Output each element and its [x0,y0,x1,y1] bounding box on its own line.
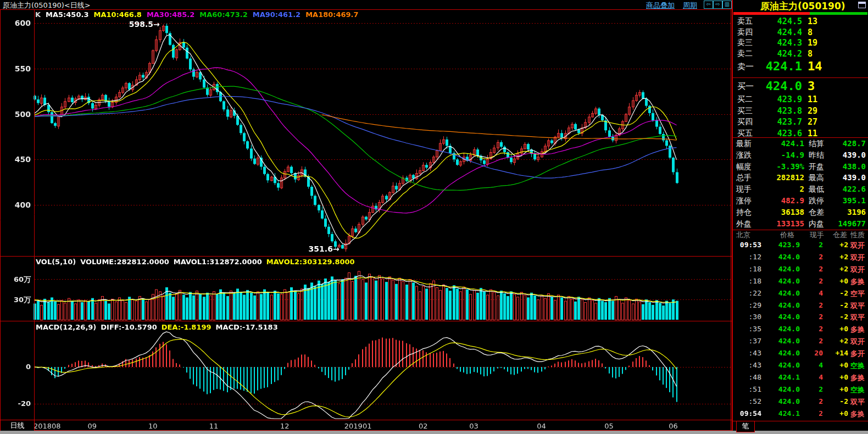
tick-time: :37 [734,337,761,345]
time-axis-bar: 201808091011122019010203040506 [0,420,732,431]
tick-row[interactable]: :12424.02+2双开 [733,253,868,264]
level-price: 423.9 [753,94,802,104]
ask-level-2[interactable]: 卖二424.28 [733,49,868,60]
tick-oi-delta: +0 [826,325,848,333]
buy-sell-strength-bar [733,12,868,15]
ask-level-1[interactable]: 卖一424.114 [733,62,868,73]
quote-row-6: 持仓36138仓差3196 [733,208,868,219]
forward-icon[interactable]: ⇨ [713,1,722,9]
quote-label: 最低 [809,185,824,194]
level-volume: 19 [808,38,817,48]
quote-value: 439.0 [830,151,866,159]
level-price: 424.5 [753,16,802,26]
tick-row[interactable]: :35424.02+0多换 [733,325,868,336]
quote-label: 涨跌 [736,151,752,160]
tick-volume: 2 [803,409,823,418]
quote-label: 跌停 [809,196,824,206]
tick-volume: 2 [803,301,823,309]
tick-price: 424.0 [770,301,800,309]
level-volume: 11 [808,94,817,104]
tick-oi-delta: +2 [826,253,848,261]
ask-level-3[interactable]: 卖三424.319 [733,38,868,49]
tick-nature: 空平 [850,289,865,299]
tick-row[interactable]: :18424.02+0多换 [733,277,868,288]
ask-level-4[interactable]: 卖四424.48 [733,27,868,38]
tick-oi-delta: +0 [826,373,848,381]
tick-row[interactable]: :30424.02-2双平 [733,313,868,324]
month-label-11: 11 [209,422,219,430]
level-volume: 3 [808,79,815,93]
bid-level-2[interactable]: 买二423.911 [733,94,868,105]
tick-row[interactable]: :37424.02+2双开 [733,337,868,348]
quote-label: 昨结 [809,151,824,160]
tick-oi-delta: +0 [826,409,848,418]
month-label-201808: 201808 [34,422,61,430]
tab-tick-detail[interactable]: 笔 [736,421,755,432]
buy-strength-segment [810,12,867,15]
tick-oi-delta: -2 [826,289,848,297]
bid-level-3[interactable]: 买三423.829 [733,106,868,117]
tick-price: 424.1 [770,409,800,418]
month-label-10: 10 [148,422,158,430]
tick-nature: 空换 [850,385,865,395]
tick-row[interactable]: :18424.02+2双开 [733,265,868,276]
tick-volume: 2 [803,253,823,261]
tick-row[interactable]: 09:53423.92+2双开 [733,241,868,252]
bid-level-4[interactable]: 买四423.727 [733,117,868,128]
quote-row-4: 现手2最低422.6 [733,185,868,196]
month-label-02: 02 [419,422,428,430]
tick-row[interactable]: :51424.02+0空换 [733,385,868,396]
quote-value: 282812 [761,173,804,182]
chart-canvas[interactable] [0,9,732,431]
quote-row-1: 涨跌-14.9昨结439.0 [733,151,868,162]
quote-value: 395.1 [830,196,866,205]
restore-window-icon[interactable] [858,2,866,8]
tick-row[interactable]: :22424.04-2空平 [733,289,868,300]
ask-level-5[interactable]: 卖五424.513 [733,16,868,27]
tick-row[interactable]: :48424.14+0多换 [733,373,868,384]
tick-volume: 2 [803,385,823,393]
tick-row[interactable]: 09:54424.12+0多换 [733,409,868,420]
split-window-icon[interactable]: ▥ [722,1,732,9]
level-price: 423.6 [753,129,802,138]
tick-volume: 2 [803,241,823,249]
bid-level-1[interactable]: 买一424.03 [733,81,868,92]
quote-value: 36138 [761,208,804,216]
quote-label: 最新 [736,139,752,149]
tick-row[interactable]: :43424.020+14多开 [733,349,868,360]
period-label[interactable]: 日线 [0,420,35,431]
back-icon[interactable]: ⇦ [704,1,713,9]
level-price: 423.7 [753,117,802,127]
tick-time: :51 [734,385,761,393]
level-label: 卖二 [737,49,753,59]
tick-list-header: 北京价格现手仓差性质 [733,230,868,241]
quote-row-7: 外盘133135内盘149677 [733,219,868,230]
tick-volume: 20 [803,349,823,357]
panel-divider [733,137,868,138]
tick-price: 424.1 [770,373,800,381]
level-price: 424.0 [753,79,802,93]
tick-oi-delta: +14 [826,349,848,357]
quote-label: 幅度 [736,162,752,172]
quote-label: 外盘 [736,219,752,229]
tick-nature: 空换 [850,361,865,371]
quote-value: 439.0 [830,173,866,182]
tick-price: 424.0 [770,265,800,273]
month-label-09: 09 [87,422,97,430]
quote-row-0: 最新424.1结算428.7 [733,139,868,150]
tick-oi-delta: -2 [826,301,848,309]
quote-value: 149677 [830,219,866,228]
tick-row[interactable]: :52424.02-2双平 [733,397,868,408]
month-label-201901: 201901 [344,422,372,430]
tick-row[interactable]: :43424.04+0空换 [733,361,868,372]
tick-oi-delta: +2 [826,265,848,273]
month-label-12: 12 [280,422,290,430]
tick-col-header-2: 现手 [810,230,824,240]
quote-value: 428.7 [830,139,866,148]
tick-volume: 2 [803,265,823,273]
level-label: 卖四 [737,27,753,37]
tick-volume: 4 [803,289,823,297]
tick-row[interactable]: :29424.02-2双平 [733,301,868,312]
tick-nature: 双平 [850,397,865,407]
tick-price: 424.0 [770,361,800,369]
